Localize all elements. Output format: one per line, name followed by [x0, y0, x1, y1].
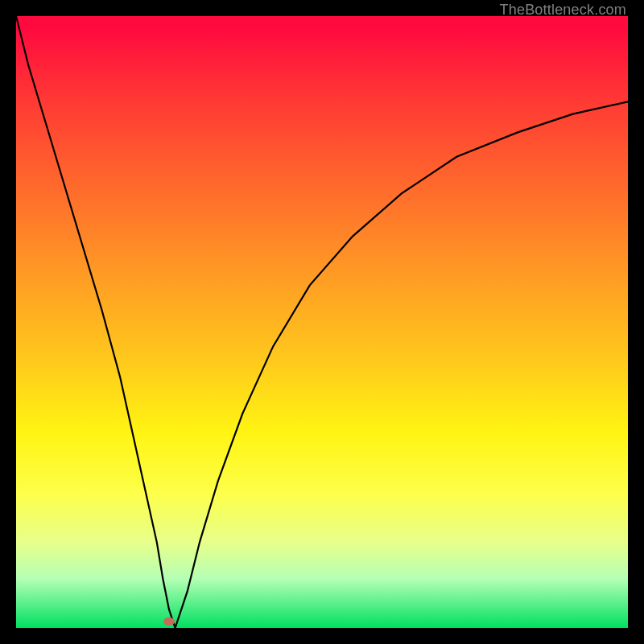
chart-frame: TheBottleneck.com: [0, 0, 644, 644]
vertex-marker: [163, 617, 175, 625]
bottleneck-curve: [16, 16, 628, 628]
curve-path: [16, 16, 628, 628]
plot-area: [16, 16, 628, 628]
